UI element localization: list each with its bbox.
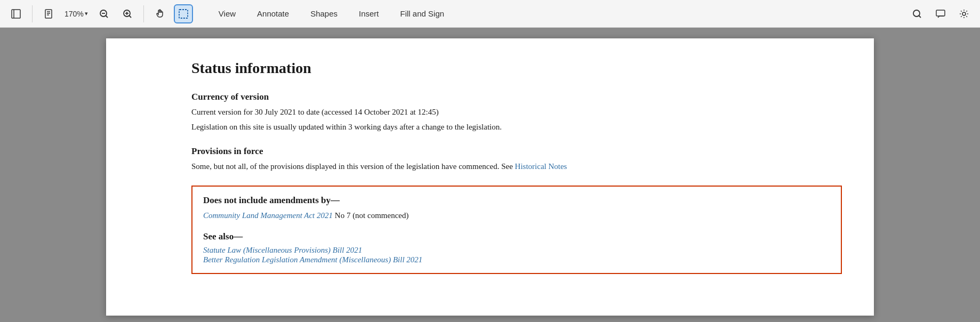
settings-button[interactable] xyxy=(954,4,974,23)
toolbar: 170% ▾ View Annotate xyxy=(0,0,980,28)
see-also-link-2[interactable]: Better Regulation Legislation Amendment … xyxy=(203,255,422,264)
currency-line2: Legislation on this site is usually upda… xyxy=(191,120,842,133)
historical-notes-link[interactable]: Historical Notes xyxy=(515,162,567,171)
divider-2 xyxy=(143,5,144,22)
zoom-in-icon xyxy=(122,9,133,19)
amendment-suffix: No 7 (not commenced) xyxy=(333,211,408,220)
zoom-display[interactable]: 170% ▾ xyxy=(62,9,90,19)
svg-line-12 xyxy=(129,15,131,18)
document-icon xyxy=(43,9,54,19)
svg-rect-13 xyxy=(179,10,188,18)
search-icon xyxy=(912,9,922,19)
pan-tool-button[interactable] xyxy=(150,4,170,23)
currency-line1: Current version for 30 July 2021 to date… xyxy=(191,106,842,118)
svg-point-14 xyxy=(913,10,920,17)
svg-rect-16 xyxy=(936,10,945,16)
main-area: Status information Currency of version C… xyxy=(0,28,980,322)
currency-section: Currency of version Current version for … xyxy=(191,92,842,133)
tab-annotate[interactable]: Annotate xyxy=(246,6,300,21)
see-also-block: See also— Statute Law (Miscellaneous Pro… xyxy=(203,231,830,264)
provisions-text: Some, but not all, of the provisions dis… xyxy=(191,160,842,173)
svg-rect-2 xyxy=(45,10,52,18)
hand-icon xyxy=(155,9,165,19)
amendments-heading: Does not include amendments by— xyxy=(203,195,830,206)
comment-icon xyxy=(935,9,946,19)
svg-point-17 xyxy=(962,12,966,15)
currency-heading: Currency of version xyxy=(191,92,842,102)
sidebar-toggle-button[interactable] xyxy=(6,4,26,23)
zoom-percentage: 170% xyxy=(65,10,84,18)
gear-icon xyxy=(959,9,969,19)
provisions-section: Provisions in force Some, but not all, o… xyxy=(191,146,842,173)
zoom-control: 170% ▾ xyxy=(62,9,90,19)
svg-rect-0 xyxy=(12,10,20,18)
page-title: Status information xyxy=(191,60,842,77)
see-also-link-1[interactable]: Statute Law (Miscellaneous Provisions) B… xyxy=(203,246,362,254)
tab-shapes[interactable]: Shapes xyxy=(300,6,348,21)
zoom-in-button[interactable] xyxy=(118,4,137,23)
tab-view[interactable]: View xyxy=(208,6,246,21)
zoom-out-button[interactable] xyxy=(94,4,114,23)
nav-tabs: View Annotate Shapes Insert Fill and Sig… xyxy=(208,6,455,21)
amendment-line: Community Land Management Act 2021 No 7 … xyxy=(203,209,830,222)
toolbar-right xyxy=(907,4,974,23)
provisions-text-before: Some, but not all, of the provisions dis… xyxy=(191,162,515,171)
zoom-out-icon xyxy=(99,9,109,19)
save-button[interactable] xyxy=(39,4,58,23)
amendment-box: Does not include amendments by— Communit… xyxy=(191,186,842,274)
comment-button[interactable] xyxy=(931,4,950,23)
see-also-heading: See also— xyxy=(203,231,830,242)
sidebar-icon xyxy=(11,9,21,19)
selection-tool-button[interactable] xyxy=(174,4,193,23)
search-button[interactable] xyxy=(907,4,927,23)
amendments-block: Does not include amendments by— Communit… xyxy=(203,195,830,222)
provisions-heading: Provisions in force xyxy=(191,146,842,157)
zoom-dropdown-icon: ▾ xyxy=(85,10,88,17)
amendment-link[interactable]: Community Land Management Act 2021 xyxy=(203,211,333,220)
selection-icon xyxy=(178,9,189,19)
tab-insert[interactable]: Insert xyxy=(348,6,390,21)
svg-line-8 xyxy=(106,15,108,18)
divider-1 xyxy=(32,5,33,22)
tab-fill-and-sign[interactable]: Fill and Sign xyxy=(390,6,455,21)
svg-line-15 xyxy=(919,15,921,18)
pdf-page: Status information Currency of version C… xyxy=(106,38,874,316)
